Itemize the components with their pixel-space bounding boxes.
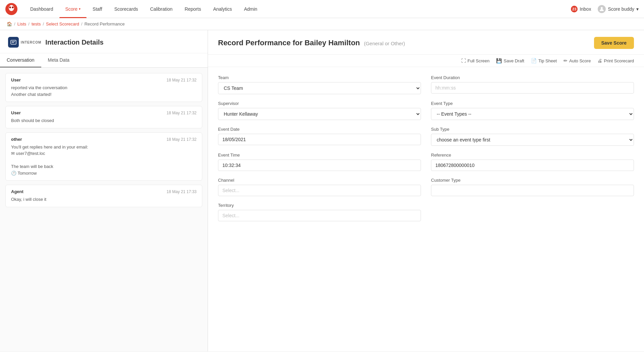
channel-label: Channel (218, 178, 421, 183)
nav-score[interactable]: Score ▾ (59, 0, 87, 18)
customer-type-field: Customer Type (431, 178, 634, 196)
msg-sender: other (11, 137, 22, 142)
nav-items: Dashboard Score ▾ Staff Scorecards Calib… (24, 0, 571, 18)
reference-field: Reference (431, 153, 634, 171)
tip-sheet-label: Tip Sheet (538, 58, 557, 63)
form-row-1: Team CS Team Support Team Sales Team Eve… (218, 75, 634, 94)
page-title: Record Performance for Bailey Hamilton (218, 39, 360, 47)
event-type-label: Event Type (431, 101, 634, 106)
msg-text: Okay, i will close it (11, 196, 197, 203)
event-date-input[interactable] (218, 134, 421, 145)
reference-input[interactable] (431, 160, 634, 171)
msg-time: 18 May 21 17:32 (167, 111, 197, 115)
inbox-label: Inbox (580, 6, 591, 12)
territory-label: Territory (218, 203, 421, 208)
nav-staff[interactable]: Staff (87, 0, 108, 18)
channel-input[interactable] (218, 185, 421, 196)
inbox-badge: 23 (571, 6, 578, 12)
msg-text: You'll get replies here and in your emai… (11, 144, 197, 177)
team-select[interactable]: CS Team Support Team Sales Team (218, 82, 421, 94)
save-draft-icon: 💾 (496, 58, 502, 63)
user-chevron-icon: ▾ (636, 6, 639, 12)
nav-scorecards[interactable]: Scorecards (108, 0, 144, 18)
event-date-label: Event Date (218, 127, 421, 132)
sub-type-label: Sub Type (431, 127, 634, 132)
auto-score-button[interactable]: ✏ Auto Score (564, 58, 591, 63)
nav-analytics[interactable]: Analytics (207, 0, 238, 18)
event-duration-label: Event Duration (431, 75, 634, 80)
event-time-label: Event Time (218, 153, 421, 158)
print-scorecard-button[interactable]: 🖨 Print Scorecard (597, 58, 634, 63)
form-row-3: Event Date Sub Type choose an event type… (218, 127, 634, 146)
integration-name: INTERCOM (21, 41, 41, 44)
user-menu[interactable]: Score buddy ▾ (598, 5, 639, 13)
channel-field: Channel (218, 178, 421, 196)
nav-admin[interactable]: Admin (238, 0, 263, 18)
msg-time: 18 May 21 17:32 (167, 137, 197, 142)
svg-rect-7 (11, 40, 16, 44)
msg-text: reported via the conversation Another ch… (11, 84, 197, 98)
sub-type-field: Sub Type choose an event type first (431, 127, 634, 146)
territory-input[interactable] (218, 210, 421, 221)
sub-type-select[interactable]: choose an event type first (431, 134, 634, 146)
reference-label: Reference (431, 153, 634, 158)
intercom-logo: INTERCOM (8, 37, 41, 48)
print-scorecard-label: Print Scorecard (604, 58, 634, 63)
event-type-field: Event Type -- Event Types -- Call Chat E… (431, 101, 634, 120)
svg-point-5 (12, 7, 13, 8)
msg-time: 18 May 21 17:32 (167, 78, 197, 82)
territory-field: Territory (218, 203, 421, 221)
conversation-body[interactable]: User 18 May 21 17:32 reported via the co… (0, 68, 208, 351)
event-time-input[interactable] (218, 160, 421, 171)
event-type-select[interactable]: -- Event Types -- Call Chat Email (431, 108, 634, 120)
tabs-bar: Conversation Meta Data (0, 53, 208, 68)
form-row-5: Channel Customer Type (218, 178, 634, 196)
event-duration-field: Event Duration (431, 75, 634, 94)
nav-calibration[interactable]: Calibration (144, 0, 178, 18)
fullscreen-button[interactable]: ⛶ Full Screen (461, 58, 490, 63)
app-logo (5, 3, 17, 15)
title-area: Record Performance for Bailey Hamilton (… (218, 39, 405, 47)
inbox-button[interactable]: 23 Inbox (571, 6, 591, 12)
svg-point-4 (10, 7, 11, 8)
tab-meta-data[interactable]: Meta Data (41, 53, 76, 67)
page-subtitle: (General or Other) (364, 41, 405, 46)
save-draft-label: Save Draft (503, 58, 524, 63)
auto-score-label: Auto Score (569, 58, 591, 63)
nav-dashboard[interactable]: Dashboard (24, 0, 59, 18)
right-panel: Record Performance for Bailey Hamilton (… (208, 30, 644, 351)
left-panel: INTERCOM Interaction Details Conversatio… (0, 30, 208, 351)
breadcrumb: 🏠 / Lists / tests / Select Scorecard / R… (0, 18, 644, 30)
event-date-field: Event Date (218, 127, 421, 146)
save-draft-button[interactable]: 💾 Save Draft (496, 58, 524, 63)
breadcrumb-home[interactable]: 🏠 (7, 21, 12, 26)
supervisor-select[interactable]: Hunter Kellaway Other (218, 108, 421, 120)
right-toolbar: ⛶ Full Screen 💾 Save Draft 📄 Tip Sheet ✏… (208, 55, 644, 67)
svg-point-6 (601, 7, 603, 9)
nav-reports[interactable]: Reports (178, 0, 207, 18)
form-row-6: Territory (218, 203, 634, 221)
nav-right: 23 Inbox Score buddy ▾ (571, 5, 639, 13)
event-duration-input[interactable] (431, 82, 634, 94)
left-header: INTERCOM Interaction Details (0, 30, 208, 53)
breadcrumb-current: Record Performance (85, 21, 125, 26)
list-item: User 18 May 21 17:32 Both should be clos… (5, 106, 202, 128)
save-score-button[interactable]: Save Score (594, 37, 634, 49)
customer-type-input[interactable] (431, 185, 634, 196)
intercom-icon (8, 37, 19, 48)
breadcrumb-select-scorecard[interactable]: Select Scorecard (46, 21, 79, 26)
tip-sheet-button[interactable]: 📄 Tip Sheet (531, 58, 557, 63)
breadcrumb-lists[interactable]: Lists (17, 21, 26, 26)
supervisor-field: Supervisor Hunter Kellaway Other (218, 101, 421, 120)
section-title: Interaction Details (45, 39, 103, 46)
team-field: Team CS Team Support Team Sales Team (218, 75, 421, 94)
team-label: Team (218, 75, 421, 80)
event-time-field: Event Time (218, 153, 421, 171)
tab-conversation[interactable]: Conversation (0, 53, 41, 67)
fullscreen-icon: ⛶ (461, 58, 466, 63)
print-icon: 🖨 (597, 58, 602, 63)
form-row-4: Event Time Reference (218, 153, 634, 171)
breadcrumb-tests[interactable]: tests (32, 21, 41, 26)
main-layout: INTERCOM Interaction Details Conversatio… (0, 30, 644, 351)
msg-sender: Agent (11, 189, 23, 194)
